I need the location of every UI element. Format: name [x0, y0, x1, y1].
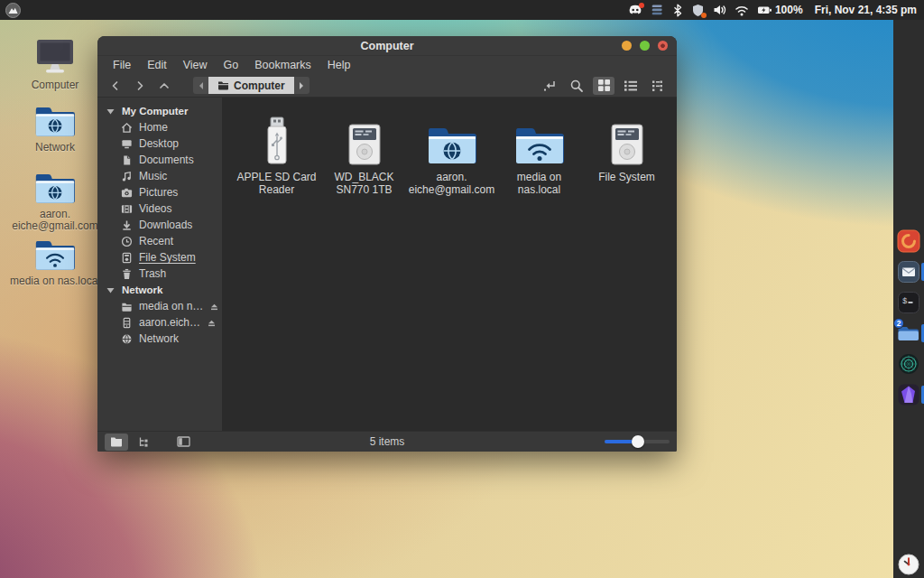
computer-monitor-icon: [34, 38, 76, 76]
dock-files-app-icon[interactable]: 2: [897, 322, 920, 345]
search-button[interactable]: [566, 77, 587, 95]
window-title: Computer: [360, 40, 413, 52]
path-scroll-right-button[interactable]: [294, 77, 310, 94]
download-arrow-icon: [121, 219, 133, 231]
sidebar-item-file-system[interactable]: File System: [97, 249, 222, 266]
folder-globe-icon: [428, 126, 476, 165]
dock-clock-app-icon[interactable]: [897, 553, 920, 576]
sidebar-section-network[interactable]: Network: [97, 282, 222, 298]
desktop-icon-network[interactable]: Network: [7, 105, 103, 154]
sidebar-item-network[interactable]: Network: [97, 331, 222, 347]
battery-indicator[interactable]: 100%: [757, 4, 803, 16]
up-button[interactable]: [154, 77, 174, 95]
window-count-badge: 2: [893, 318, 904, 329]
icon-view-button[interactable]: [593, 77, 614, 95]
discord-notification-badge: [639, 3, 644, 8]
distro-logo-icon[interactable]: [5, 3, 21, 18]
compact-view-button[interactable]: [647, 77, 669, 95]
titlebar[interactable]: Computer: [97, 36, 677, 56]
drive-icon: [121, 252, 133, 264]
wifi-icon[interactable]: [735, 5, 749, 16]
menubar: File Edit View Go Bookmarks Help: [97, 56, 677, 74]
dock-panel: $ 2: [893, 20, 924, 578]
dock-terminal-app-icon[interactable]: $: [897, 291, 920, 314]
document-icon: [121, 154, 133, 166]
dock-obsidian-app-icon[interactable]: [897, 383, 920, 406]
top-panel: 100% Fri, Nov 21, 4:35 pm: [0, 0, 924, 20]
folder-globe-icon: [35, 172, 75, 205]
shield-alert-badge: [701, 13, 707, 18]
desktop: { "colors": { "accent_blue": "#3584e4", …: [0, 0, 924, 578]
menu-help[interactable]: Help: [319, 56, 359, 74]
sidebar-item-media-nas[interactable]: media on n…: [97, 298, 222, 314]
shield-icon[interactable]: [691, 4, 705, 17]
sidebar-section-my-computer[interactable]: My Computer: [97, 103, 222, 119]
sidebar-item-music[interactable]: Music: [97, 168, 222, 184]
file-item-nas-folder[interactable]: media on nas.local: [495, 111, 583, 196]
globe-icon: [121, 333, 133, 345]
sidebar-item-recent[interactable]: Recent: [97, 233, 222, 249]
menu-file[interactable]: File: [105, 56, 139, 74]
clock-icon: [121, 236, 133, 247]
volume-icon[interactable]: [713, 4, 726, 16]
hard-disk-icon: [611, 124, 643, 165]
folder-globe-icon: [35, 105, 75, 138]
statusbar: 5 items: [97, 431, 677, 452]
dock-red-app-icon[interactable]: [897, 229, 920, 253]
path-bar: Computer: [193, 77, 310, 94]
menu-go[interactable]: Go: [216, 56, 247, 74]
maximize-button[interactable]: [640, 41, 650, 51]
desktop-icon-nas-folder[interactable]: media on nas.local: [7, 238, 103, 287]
discord-icon[interactable]: [628, 4, 642, 16]
file-item-wd-black[interactable]: WD_BLACKSN770 1TB: [320, 111, 408, 196]
dock-teal-app-icon[interactable]: [897, 352, 920, 376]
file-item-file-system[interactable]: File System: [583, 111, 670, 184]
system-tray: 100% Fri, Nov 21, 4:35 pm: [628, 4, 924, 17]
path-button-computer[interactable]: Computer: [208, 77, 294, 94]
forward-button[interactable]: [130, 77, 150, 95]
menu-view[interactable]: View: [175, 56, 216, 74]
menu-edit[interactable]: Edit: [139, 56, 175, 74]
battery-icon: [757, 4, 772, 16]
list-view-button[interactable]: [620, 77, 642, 95]
sidebar: My Computer Home Desktop Documents Music…: [97, 98, 222, 431]
expander-icon: [105, 108, 116, 115]
sidebar-item-aaron-mount[interactable]: aaron.eich…: [97, 314, 222, 331]
back-button[interactable]: [106, 77, 125, 95]
film-icon: [121, 203, 133, 215]
remote-folder-icon: [121, 301, 133, 312]
file-manager-window: Computer File Edit View Go Bookmarks Hel…: [97, 36, 677, 452]
minimize-button[interactable]: [622, 41, 632, 51]
sidebar-item-home[interactable]: Home: [97, 119, 222, 135]
items-count-label: 5 items: [97, 435, 677, 448]
sidebar-item-trash[interactable]: Trash: [97, 266, 222, 282]
desktop-icon: [121, 138, 133, 150]
file-item-apple-sd-reader[interactable]: APPLE SD CardReader: [233, 111, 320, 196]
sidebar-item-videos[interactable]: Videos: [97, 200, 222, 217]
bluetooth-icon[interactable]: [672, 4, 683, 17]
menu-bookmarks[interactable]: Bookmarks: [246, 56, 319, 74]
desktop-icon-computer[interactable]: Computer: [7, 38, 103, 91]
zoom-slider-knob[interactable]: [632, 435, 644, 448]
close-button[interactable]: [658, 41, 668, 51]
sidebar-item-documents[interactable]: Documents: [97, 152, 222, 168]
path-scroll-left-button[interactable]: [193, 77, 208, 94]
trash-icon: [121, 268, 133, 280]
folder-wifi-icon: [515, 126, 564, 165]
battery-percent-label: 100%: [775, 4, 803, 16]
panel-clock[interactable]: Fri, Nov 21, 4:35 pm: [815, 4, 917, 16]
desktop-icon-gmail-folder[interactable]: aaron.eiche@gmail.com: [7, 172, 103, 232]
sidebar-item-desktop[interactable]: Desktop: [97, 135, 222, 152]
eject-button[interactable]: [207, 318, 217, 328]
toggle-location-entry-button[interactable]: [539, 77, 560, 95]
hard-disk-icon: [348, 124, 381, 165]
zoom-slider[interactable]: [605, 435, 670, 448]
file-item-gmail-folder[interactable]: aaron.eiche@gmail.com: [408, 111, 495, 196]
eject-button[interactable]: [209, 302, 219, 312]
sidebar-item-pictures[interactable]: Pictures: [97, 184, 222, 200]
app-indicator-icon[interactable]: [651, 4, 664, 16]
file-view: APPLE SD CardReader WD_BLACKSN770 1TB: [222, 98, 677, 431]
sidebar-item-downloads[interactable]: Downloads: [97, 217, 222, 233]
server-icon: [121, 317, 133, 329]
dock-mail-app-icon[interactable]: [897, 260, 920, 284]
